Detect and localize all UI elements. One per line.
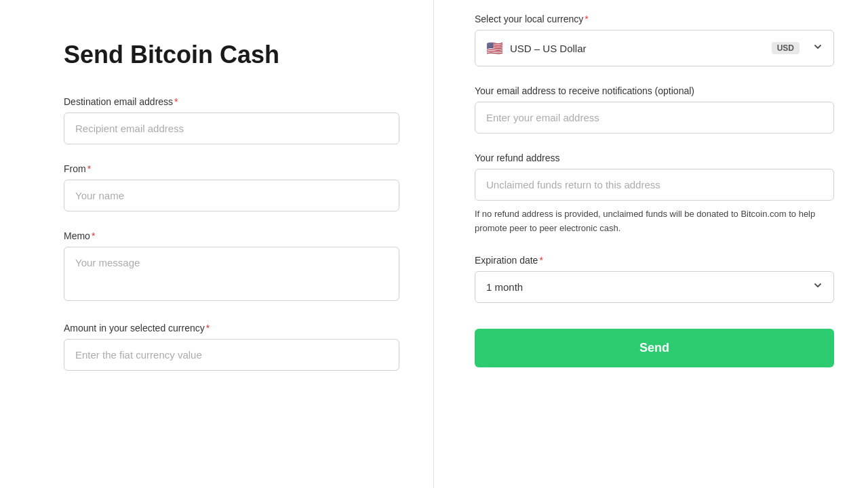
from-group: From* — [64, 163, 399, 211]
amount-label: Amount in your selected currency* — [64, 323, 399, 333]
notification-email-input[interactable] — [475, 102, 834, 134]
page-title: Send Bitcoin Cash — [64, 41, 399, 69]
required-star: * — [87, 163, 91, 174]
refund-address-group: Your refund address If no refund address… — [475, 152, 834, 236]
expiration-display[interactable]: 1 month — [475, 271, 834, 303]
destination-email-input[interactable] — [64, 113, 399, 144]
flag-icon: 🇺🇸 — [486, 40, 503, 56]
expiration-date-group: Expiration date* 1 month — [475, 255, 834, 303]
currency-select-wrapper[interactable]: 🇺🇸 USD – US Dollar USD — [475, 30, 834, 66]
memo-input[interactable] — [64, 247, 399, 301]
amount-group: Amount in your selected currency* — [64, 323, 399, 371]
destination-email-group: Destination email address* — [64, 96, 399, 144]
destination-email-label: Destination email address* — [64, 96, 399, 107]
memo-group: Memo* — [64, 230, 399, 304]
currency-label: Select your local currency* — [475, 14, 834, 24]
notification-email-label: Your email address to receive notificati… — [475, 85, 834, 96]
left-panel: Send Bitcoin Cash Destination email addr… — [0, 0, 434, 488]
right-panel: Select your local currency* 🇺🇸 USD – US … — [434, 0, 868, 488]
notification-email-group: Your email address to receive notificati… — [475, 85, 834, 134]
currency-display-name: USD – US Dollar — [510, 43, 765, 54]
from-name-input[interactable] — [64, 180, 399, 211]
refund-address-input[interactable] — [475, 169, 834, 201]
amount-input[interactable] — [64, 339, 399, 371]
send-button[interactable]: Send — [475, 329, 834, 367]
currency-display[interactable]: 🇺🇸 USD – US Dollar USD — [475, 30, 834, 66]
memo-label: Memo* — [64, 230, 399, 241]
required-star: * — [92, 230, 95, 241]
required-star: * — [539, 255, 542, 266]
required-star: * — [206, 323, 210, 333]
currency-group: Select your local currency* 🇺🇸 USD – US … — [475, 14, 834, 66]
refund-address-label: Your refund address — [475, 152, 834, 163]
expiration-select-wrapper[interactable]: 1 month — [475, 271, 834, 303]
expiration-date-label: Expiration date* — [475, 255, 834, 266]
currency-badge: USD — [772, 42, 800, 54]
from-label: From* — [64, 163, 399, 174]
required-star: * — [174, 96, 178, 107]
refund-hint-text: If no refund address is provided, unclai… — [475, 207, 834, 236]
required-star: * — [585, 14, 588, 24]
